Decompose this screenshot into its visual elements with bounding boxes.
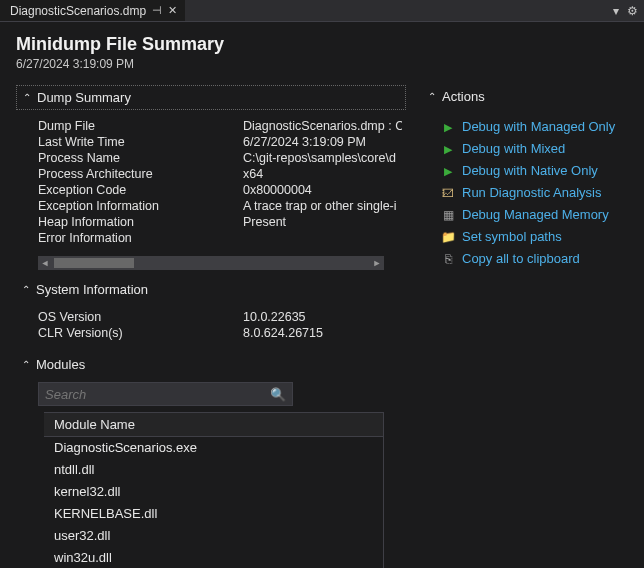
tab-bar: DiagnosticScenarios.dmp ⊣ ✕ ▾ ⚙ [0,0,644,22]
prop-label: Process Architecture [38,166,243,182]
prop-row: Dump FileDiagnosticScenarios.dmp : C [38,118,402,134]
gear-icon[interactable]: ⚙ [627,4,638,18]
chevron-up-icon: ⌃ [23,92,31,103]
action-label: Debug with Mixed [462,140,565,158]
action-label: Copy all to clipboard [462,250,580,268]
close-icon[interactable]: ✕ [168,4,177,17]
dump-summary-header[interactable]: ⌃ Dump Summary [16,85,406,110]
prop-label: Dump File [38,118,243,134]
action-label: Set symbol paths [462,228,562,246]
folder-icon: 📁 [440,229,456,245]
tab-title: DiagnosticScenarios.dmp [10,4,146,18]
section-title: Modules [36,357,85,372]
tab-bar-right: ▾ ⚙ [613,4,644,18]
action-symbol-paths[interactable]: 📁Set symbol paths [440,226,628,248]
analysis-icon: 🗠 [440,185,456,201]
prop-row: CLR Version(s)8.0.624.26715 [38,325,402,341]
prop-label: CLR Version(s) [38,325,243,341]
actions-header[interactable]: ⌃ Actions [422,85,628,108]
action-label: Run Diagnostic Analysis [462,184,601,202]
copy-icon: ⎘ [440,251,456,267]
table-row[interactable]: KERNELBASE.dll [44,503,383,525]
chevron-up-icon: ⌃ [22,359,30,370]
page-timestamp: 6/27/2024 3:19:09 PM [16,57,628,71]
prop-value: 0x80000004 [243,182,312,198]
table-row[interactable]: win32u.dll [44,547,383,568]
chevron-up-icon: ⌃ [22,284,30,295]
prop-label: Heap Information [38,214,243,230]
search-icon[interactable]: 🔍 [270,387,286,402]
prop-label: Last Write Time [38,134,243,150]
prop-row: Error Information [38,230,402,246]
prop-value: A trace trap or other single-i [243,198,397,214]
play-icon: ▶ [440,163,456,179]
page-title: Minidump File Summary [16,34,628,55]
prop-value: 8.0.624.26715 [243,325,323,341]
action-debug-native[interactable]: ▶Debug with Native Only [440,160,628,182]
memory-icon: ▦ [440,207,456,223]
chevron-up-icon: ⌃ [428,91,436,102]
left-column: ⌃ Dump Summary Dump FileDiagnosticScenar… [16,85,406,568]
action-copy-all[interactable]: ⎘Copy all to clipboard [440,248,628,270]
prop-row: Heap InformationPresent [38,214,402,230]
prop-label: Process Name [38,150,243,166]
scroll-left-icon[interactable]: ◄ [38,256,52,270]
prop-value: 6/27/2024 3:19:09 PM [243,134,366,150]
prop-value: C:\git-repos\samples\core\d [243,150,396,166]
prop-row: Process Architecturex64 [38,166,402,182]
prop-value: Present [243,214,286,230]
prop-value: DiagnosticScenarios.dmp : C [243,118,402,134]
table-row[interactable]: kernel32.dll [44,481,383,503]
prop-label: Exception Code [38,182,243,198]
pin-icon[interactable]: ⊣ [152,4,162,17]
section-title: System Information [36,282,148,297]
prop-row: Process NameC:\git-repos\samples\core\d [38,150,402,166]
prop-label: OS Version [38,309,243,325]
prop-row: Last Write Time6/27/2024 3:19:09 PM [38,134,402,150]
horizontal-scrollbar[interactable]: ◄ ► [38,256,384,270]
action-debug-memory[interactable]: ▦Debug Managed Memory [440,204,628,226]
prop-row: OS Version10.0.22635 [38,309,402,325]
scroll-right-icon[interactable]: ► [370,256,384,270]
action-debug-managed[interactable]: ▶Debug with Managed Only [440,116,628,138]
modules-header[interactable]: ⌃ Modules [16,353,406,376]
table-row[interactable]: DiagnosticScenarios.exe [44,437,383,459]
play-icon: ▶ [440,141,456,157]
section-title: Dump Summary [37,90,131,105]
prop-row: Exception Code0x80000004 [38,182,402,198]
action-label: Debug with Managed Only [462,118,615,136]
system-info-props: OS Version10.0.22635 CLR Version(s)8.0.6… [16,307,406,347]
module-search[interactable]: 🔍 [38,382,293,406]
dropdown-icon[interactable]: ▾ [613,4,619,18]
scroll-track[interactable] [52,256,370,270]
action-label: Debug with Native Only [462,162,598,180]
action-diagnostic-analysis[interactable]: 🗠Run Diagnostic Analysis [440,182,628,204]
action-label: Debug Managed Memory [462,206,609,224]
section-title: Actions [442,89,485,104]
system-info-header[interactable]: ⌃ System Information [16,278,406,301]
document-tab[interactable]: DiagnosticScenarios.dmp ⊣ ✕ [0,0,185,21]
right-column: ⌃ Actions ▶Debug with Managed Only ▶Debu… [422,85,628,568]
action-debug-mixed[interactable]: ▶Debug with Mixed [440,138,628,160]
prop-value: x64 [243,166,263,182]
actions-list: ▶Debug with Managed Only ▶Debug with Mix… [422,114,628,270]
table-row[interactable]: user32.dll [44,525,383,547]
prop-label: Error Information [38,230,243,246]
table-header[interactable]: Module Name [44,413,383,437]
search-input[interactable] [45,387,270,402]
prop-value: 10.0.22635 [243,309,306,325]
prop-row: Exception InformationA trace trap or oth… [38,198,402,214]
content-area: Minidump File Summary 6/27/2024 3:19:09 … [0,22,644,568]
dump-summary-props: Dump FileDiagnosticScenarios.dmp : C Las… [16,116,406,252]
modules-table: Module Name DiagnosticScenarios.exe ntdl… [44,412,384,568]
scroll-thumb[interactable] [54,258,134,268]
table-row[interactable]: ntdll.dll [44,459,383,481]
play-icon: ▶ [440,119,456,135]
prop-label: Exception Information [38,198,243,214]
